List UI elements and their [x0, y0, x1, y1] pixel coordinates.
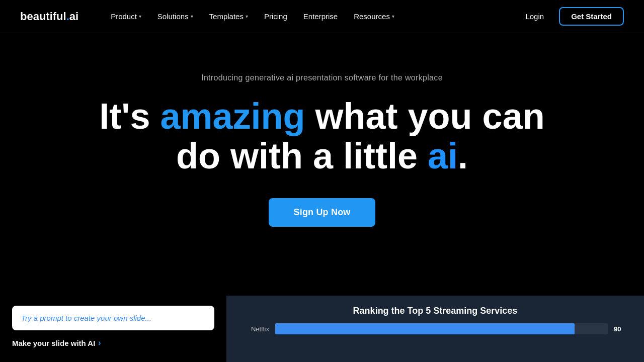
make-slide-text: Make your slide with AI: [12, 339, 95, 347]
hero-title-amazing: amazing: [160, 96, 305, 136]
bottom-section: Make your slide with AI › Ranking the To…: [0, 296, 644, 362]
chart-label-netflix: Netflix: [242, 325, 269, 333]
make-slide-label[interactable]: Make your slide with AI ›: [12, 338, 214, 347]
hero-title-period: .: [458, 136, 468, 176]
get-started-button[interactable]: Get Started: [559, 7, 624, 26]
nav-item-solutions[interactable]: Solutions ▾: [150, 8, 200, 25]
ai-prompt-panel: Make your slide with AI ›: [0, 296, 226, 362]
nav-item-pricing[interactable]: Pricing: [257, 8, 294, 25]
chart-panel: Ranking the Top 5 Streaming Services Net…: [226, 296, 644, 362]
chart-title: Ranking the Top 5 Streaming Services: [242, 306, 629, 316]
chart-bar-fill-netflix: [275, 323, 575, 334]
brand-logo[interactable]: beautiful.ai: [20, 10, 78, 23]
ai-prompt-input[interactable]: [12, 306, 214, 330]
nav-label-product: Product: [111, 12, 137, 21]
navbar-actions: Login Get Started: [518, 7, 624, 26]
hero-subtitle: Introducing generative ai presentation s…: [201, 73, 443, 82]
chevron-down-icon: ▾: [191, 14, 193, 19]
nav-label-solutions: Solutions: [157, 12, 189, 21]
login-button[interactable]: Login: [518, 8, 551, 25]
hero-title-part1: It's: [99, 96, 160, 136]
nav-label-enterprise: Enterprise: [303, 12, 338, 21]
signup-button[interactable]: Sign Up Now: [269, 198, 376, 227]
nav-item-templates[interactable]: Templates ▾: [202, 8, 255, 25]
chart-value-netflix: 90: [614, 325, 629, 333]
nav-item-resources[interactable]: Resources ▾: [347, 8, 401, 25]
chart-row-netflix: Netflix 90: [242, 323, 629, 334]
nav-menu: Product ▾ Solutions ▾ Templates ▾ Pricin…: [104, 8, 518, 25]
navbar: beautiful.ai Product ▾ Solutions ▾ Templ…: [0, 0, 644, 33]
nav-label-templates: Templates: [209, 12, 244, 21]
chevron-down-icon: ▾: [246, 14, 248, 19]
arrow-right-icon: ›: [98, 338, 101, 347]
chevron-down-icon: ▾: [392, 14, 394, 19]
chevron-down-icon: ▾: [139, 14, 141, 19]
nav-label-pricing: Pricing: [264, 12, 287, 21]
hero-section: Introducing generative ai presentation s…: [0, 33, 644, 257]
nav-item-enterprise[interactable]: Enterprise: [296, 8, 345, 25]
nav-label-resources: Resources: [354, 12, 390, 21]
nav-item-product[interactable]: Product ▾: [104, 8, 148, 25]
hero-title: It's amazing what you can do with a litt…: [96, 97, 548, 176]
hero-title-ai: ai: [428, 136, 458, 176]
chart-bar-track-netflix: [275, 323, 608, 334]
